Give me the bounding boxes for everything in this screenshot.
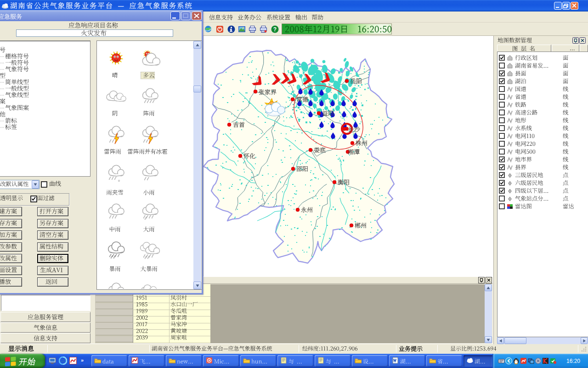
svg-text:?: ? (273, 26, 277, 33)
